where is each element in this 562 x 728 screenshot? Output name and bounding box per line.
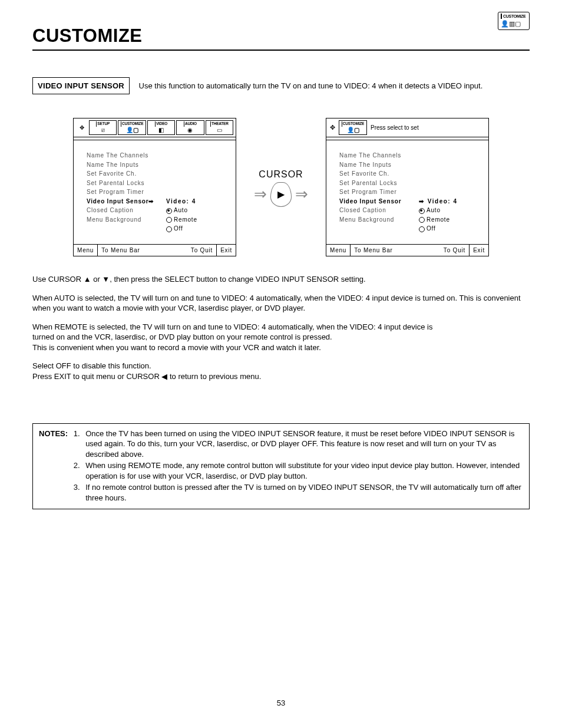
body-text: Use CURSOR ▲ or ▼, then press the SELECT… — [32, 274, 530, 381]
paragraph: When AUTO is selected, the TV will turn … — [32, 293, 530, 314]
arrow-outline-icon: ⇒ — [295, 184, 308, 205]
notes-box: NOTES: Once the TV has been turned on us… — [32, 423, 530, 510]
osd-panel-right: ✥ CUSTOMIZE👤▢ Press select to set Name T… — [326, 118, 489, 256]
osd-panel-left: ✥ SETUP⎚ CUSTOMIZE👤▢ VIDEO◧ AUDIO◉ THEAT… — [73, 118, 236, 256]
menu-item[interactable]: Set Program Timer — [339, 187, 481, 197]
menu-item[interactable]: Set Favorite Ch. — [87, 169, 229, 179]
footer-quit[interactable]: To Quit — [187, 245, 216, 256]
footer-mid[interactable]: To Menu Bar — [97, 245, 187, 256]
footer-exit[interactable]: Exit — [469, 245, 488, 256]
arrow-right-icon: ➡ — [419, 197, 424, 206]
radio-auto[interactable]: Auto — [166, 206, 188, 215]
tab-customize[interactable]: CUSTOMIZE👤▢ — [118, 120, 146, 135]
menu-item-selected[interactable]: Video Input Sensor➡ Video: 4 — [87, 197, 229, 206]
menu-item[interactable]: Menu Background Remote — [87, 215, 229, 225]
panels-row: ✥ SETUP⎚ CUSTOMIZE👤▢ VIDEO◧ AUDIO◉ THEAT… — [32, 118, 530, 256]
menu-item[interactable]: Name The Inputs — [339, 160, 481, 170]
note-item: Once the TV has been turned on using the… — [82, 429, 523, 460]
menu-item[interactable]: Name The Inputs — [87, 160, 229, 170]
corner-icon: 👤▥▢ — [501, 19, 527, 28]
tab-video[interactable]: VIDEO◧ — [147, 120, 175, 135]
section-description: Use this function to automatically turn … — [139, 81, 483, 90]
section-label: VIDEO INPUT SENSOR — [32, 77, 130, 95]
paragraph: Use CURSOR ▲ or ▼, then press the SELECT… — [32, 274, 530, 285]
menu-item-selected[interactable]: Video Input Sensor ➡ Video: 4 — [339, 197, 481, 206]
menu-item[interactable]: Set Favorite Ch. — [339, 169, 481, 179]
footer-quit[interactable]: To Quit — [440, 245, 469, 256]
menu-item[interactable]: Set Program Timer — [87, 187, 229, 197]
tab-customize[interactable]: CUSTOMIZE👤▢ — [339, 120, 367, 135]
menu-value: Video: 4 — [166, 197, 196, 206]
osd-header: ✥ CUSTOMIZE👤▢ Press select to set — [326, 118, 488, 137]
osd-footer: Menu To Menu Bar To Quit Exit — [74, 244, 236, 256]
cursor-label: CURSOR — [254, 168, 308, 181]
section-row: VIDEO INPUT SENSOR Use this function to … — [32, 77, 530, 95]
note-item: When using REMOTE mode, any remote contr… — [82, 460, 523, 481]
radio-remote[interactable]: Remote — [166, 216, 197, 224]
menu-item-blank: Off — [339, 224, 481, 233]
header: CUSTOMIZE 👤▥▢ CUSTOMIZE — [32, 24, 530, 51]
footer-exit[interactable]: Exit — [216, 245, 236, 256]
page-number: 53 — [32, 698, 530, 709]
menu-item[interactable]: Closed Caption Auto — [339, 206, 481, 215]
osd-footer: Menu To Menu Bar To Quit Exit — [326, 244, 488, 256]
footer-mid[interactable]: To Menu Bar — [350, 245, 440, 256]
footer-menu[interactable]: Menu — [74, 245, 97, 256]
arrow-outline-icon: ⇒ — [254, 184, 267, 205]
header-hint: Press select to set — [371, 124, 419, 132]
corner-badge: CUSTOMIZE 👤▥▢ — [498, 12, 530, 30]
menu-item[interactable]: Set Parental Locks — [339, 179, 481, 188]
osd-tabs: ✥ SETUP⎚ CUSTOMIZE👤▢ VIDEO◧ AUDIO◉ THEAT… — [74, 118, 236, 137]
paragraph: Select OFF to disable this function. Pre… — [32, 361, 530, 381]
joystick-icon: ✥ — [76, 120, 88, 135]
menu-item[interactable]: Closed Caption Auto — [87, 206, 229, 215]
menu-item[interactable]: Name The Channels — [87, 151, 229, 160]
radio-auto[interactable]: Auto — [419, 206, 441, 215]
tab-setup[interactable]: SETUP⎚ — [89, 120, 117, 135]
note-item: If no remote control button is pressed a… — [82, 482, 523, 503]
menu-list: Name The Channels Name The Inputs Set Fa… — [339, 151, 481, 233]
radio-off[interactable]: Off — [419, 225, 436, 233]
paragraph: When REMOTE is selected, the TV will tur… — [32, 322, 530, 353]
tab-audio[interactable]: AUDIO◉ — [176, 120, 204, 135]
arrow-right-icon: ➡ — [148, 197, 154, 206]
menu-item-blank: Off — [87, 224, 229, 233]
menu-item[interactable]: Set Parental Locks — [87, 179, 229, 188]
menu-value: Video: 4 — [428, 197, 458, 206]
notes-label: NOTES: — [39, 429, 68, 505]
cursor-button-icon: ▶ — [270, 182, 292, 207]
radio-remote[interactable]: Remote — [419, 216, 450, 224]
footer-menu[interactable]: Menu — [326, 245, 350, 256]
tab-theater[interactable]: THEATER▭ — [206, 120, 233, 135]
joystick-icon: ✥ — [330, 123, 335, 132]
menu-list: Name The Channels Name The Inputs Set Fa… — [87, 151, 229, 233]
radio-off[interactable]: Off — [166, 225, 183, 233]
cursor-indicator: CURSOR ⇒ ▶ ⇒ — [254, 168, 308, 207]
menu-item[interactable]: Name The Channels — [339, 151, 481, 160]
notes-list: Once the TV has been turned on using the… — [71, 429, 523, 505]
menu-item[interactable]: Menu Background Remote — [339, 215, 481, 225]
corner-label: CUSTOMIZE — [501, 14, 527, 19]
page-title: CUSTOMIZE — [32, 24, 530, 48]
